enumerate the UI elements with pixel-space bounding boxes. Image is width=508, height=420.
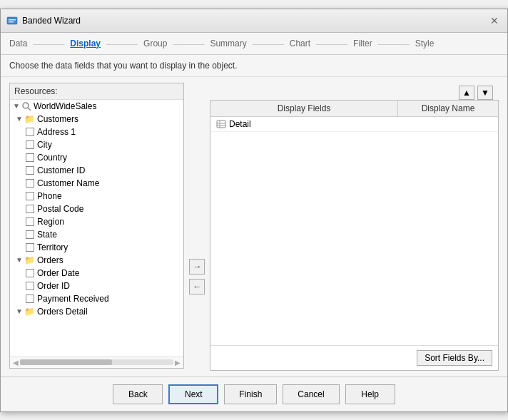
checkbox-customername[interactable]	[26, 179, 34, 188]
left-section: Resources: ▼ WorldWideSales ▼ 📁	[9, 83, 184, 371]
title-bar: Banded Wizard ✕	[1, 9, 507, 33]
footer-buttons: Back Next Finish Cancel Help	[1, 377, 507, 411]
tree-field-orderdate[interactable]: Order Date	[10, 267, 183, 280]
display-row-detail[interactable]: Detail	[210, 117, 498, 132]
svg-rect-5	[217, 121, 225, 128]
scroll-left-btn[interactable]: ◀	[13, 359, 19, 367]
step-data[interactable]: Data	[9, 39, 27, 48]
svg-line-4	[28, 108, 31, 111]
tree-field-postalcode[interactable]: Postal Code	[10, 203, 183, 215]
checkbox-region[interactable]	[26, 217, 34, 226]
step-summary[interactable]: Summary	[210, 39, 246, 48]
checkbox-country[interactable]	[26, 153, 34, 162]
checkbox-territory[interactable]	[26, 243, 34, 252]
back-button[interactable]: Back	[113, 384, 163, 404]
checkbox-postalcode[interactable]	[26, 205, 34, 213]
folder-icon-customers: 📁	[24, 114, 35, 124]
tree-field-customerid[interactable]: Customer ID	[10, 164, 183, 177]
checkbox-address1[interactable]	[26, 128, 34, 136]
cancel-button[interactable]: Cancel	[283, 384, 339, 404]
tree-field-orderdate-label: Order Date	[37, 268, 79, 278]
tree-item-orders[interactable]: ▼ 📁 Orders	[10, 254, 183, 267]
step-filter[interactable]: Filter	[353, 39, 372, 48]
step-divider-3: ————	[173, 39, 204, 48]
middle-arrows: → ←	[184, 83, 210, 371]
tree-field-region-label: Region	[37, 217, 64, 227]
tree-field-state[interactable]: State	[10, 228, 183, 241]
checkbox-orderid[interactable]	[26, 282, 34, 290]
tree-area[interactable]: ▼ WorldWideSales ▼ 📁 Customers	[10, 100, 183, 357]
right-panel: Display Fields Display Name Detail	[210, 100, 499, 371]
tree-field-address1[interactable]: Address 1	[10, 126, 183, 138]
svg-rect-0	[7, 17, 17, 24]
svg-rect-1	[9, 19, 16, 21]
display-field-cell: Detail	[213, 119, 395, 129]
move-down-button[interactable]: ▼	[477, 86, 493, 100]
expand-orders: ▼	[16, 256, 23, 264]
tree-field-orderid[interactable]: Order ID	[10, 280, 183, 292]
tree-field-phone[interactable]: Phone	[10, 190, 183, 203]
add-field-button[interactable]: →	[189, 259, 205, 275]
step-divider-1: ————	[33, 39, 64, 48]
tree-field-territory[interactable]: Territory	[10, 241, 183, 254]
scroll-right-btn[interactable]: ▶	[175, 359, 181, 367]
window-title: Banded Wizard	[22, 16, 81, 26]
tree-field-phone-label: Phone	[37, 191, 62, 201]
scroll-track[interactable]	[20, 359, 173, 365]
tree-item-ordersdetail[interactable]: ▼ 📁 Orders Detail	[10, 305, 183, 318]
move-up-button[interactable]: ▲	[459, 86, 474, 100]
tree-field-city[interactable]: City	[10, 138, 183, 151]
checkbox-city[interactable]	[26, 140, 34, 149]
checkbox-paymentreceived[interactable]	[26, 294, 34, 303]
step-divider-5: ————	[316, 39, 347, 48]
tree-item-orders-label: Orders	[37, 255, 64, 265]
tree-item-ordersdetail-label: Orders Detail	[37, 307, 88, 317]
up-down-area: ▲ ▼	[210, 83, 499, 100]
svg-rect-2	[9, 21, 14, 23]
sort-fields-row: Sort Fields By...	[210, 345, 498, 370]
tree-field-region[interactable]: Region	[10, 215, 183, 228]
svg-point-3	[23, 103, 29, 108]
tree-field-address1-label: Address 1	[37, 127, 76, 137]
checkbox-customerid[interactable]	[26, 166, 34, 175]
tree-field-orderid-label: Order ID	[37, 281, 70, 291]
step-divider-4: ————	[253, 39, 284, 48]
remove-field-button[interactable]: ←	[189, 279, 205, 294]
checkbox-state[interactable]	[26, 230, 34, 239]
tree-root-label: WorldWideSales	[34, 101, 96, 111]
step-style[interactable]: Style	[415, 39, 435, 48]
tree-field-customername[interactable]: Customer Name	[10, 177, 183, 190]
right-panel-header: Display Fields Display Name	[210, 101, 498, 117]
checkbox-phone[interactable]	[26, 192, 34, 200]
sort-fields-button[interactable]: Sort Fields By...	[417, 350, 492, 366]
h-scrollbar[interactable]: ◀ ▶	[10, 357, 183, 368]
tree-field-paymentreceived-label: Payment Received	[37, 294, 109, 304]
resources-label: Resources:	[10, 83, 183, 100]
folder-icon-orders: 📁	[24, 255, 35, 265]
table-icon	[216, 119, 226, 129]
right-section: ▲ ▼ Display Fields Display Name	[210, 83, 499, 371]
folder-icon-ordersdetail: 📁	[24, 307, 35, 317]
wizard-steps: Data ———— Display ———— Group ———— Summar…	[1, 33, 507, 55]
title-bar-left: Banded Wizard	[6, 15, 81, 26]
description-text: Choose the data fields that you want to …	[1, 55, 507, 77]
display-fields-body: Detail	[210, 117, 498, 345]
finish-button[interactable]: Finish	[224, 384, 277, 404]
tree-field-territory-label: Territory	[37, 242, 68, 252]
tree-field-country[interactable]: Country	[10, 151, 183, 164]
tree-root[interactable]: ▼ WorldWideSales	[10, 100, 183, 113]
tree-item-customers-label: Customers	[37, 114, 78, 124]
next-button[interactable]: Next	[168, 384, 218, 404]
close-button[interactable]: ✕	[487, 14, 502, 28]
step-divider-6: ————	[378, 39, 410, 48]
step-display[interactable]: Display	[70, 39, 101, 48]
checkbox-orderdate[interactable]	[26, 269, 34, 277]
expand-ordersdetail: ▼	[16, 307, 23, 315]
help-button[interactable]: Help	[345, 384, 395, 404]
content-area: Resources: ▼ WorldWideSales ▼ 📁	[1, 77, 507, 377]
step-chart[interactable]: Chart	[290, 39, 310, 48]
wizard-window: Banded Wizard ✕ Data ———— Display ———— G…	[0, 9, 508, 412]
step-group[interactable]: Group	[143, 39, 167, 48]
tree-field-paymentreceived[interactable]: Payment Received	[10, 292, 183, 305]
tree-item-customers[interactable]: ▼ 📁 Customers	[10, 113, 183, 126]
